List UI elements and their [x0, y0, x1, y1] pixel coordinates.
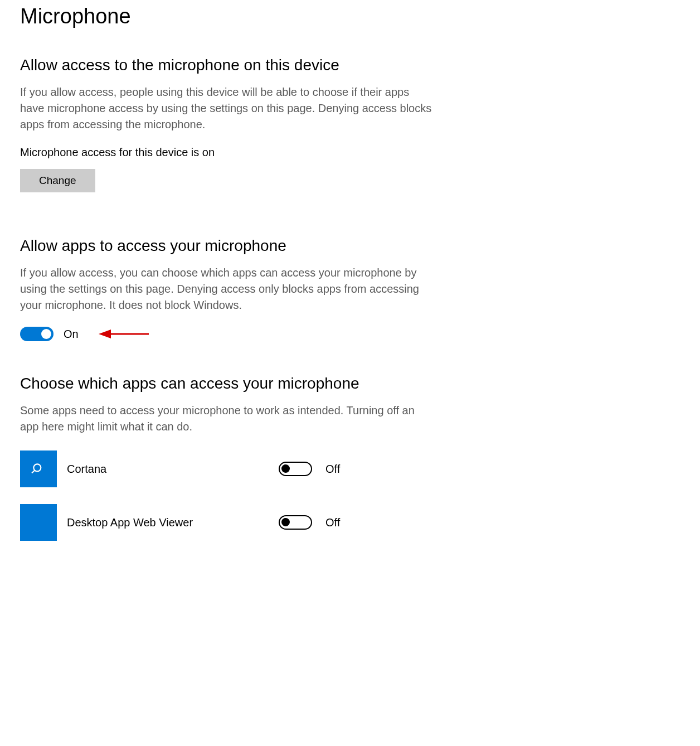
svg-point-2 — [33, 464, 41, 471]
body-choose-apps: Some apps need to access your microphone… — [20, 403, 432, 435]
body-device-access: If you allow access, people using this d… — [20, 84, 432, 133]
annotation-arrow-icon — [99, 327, 149, 341]
body-apps-access: If you allow access, you can choose whic… — [20, 265, 432, 313]
section-device-access: Allow access to the microphone on this d… — [20, 56, 482, 192]
device-access-status: Microphone access for this device is on — [20, 146, 482, 159]
svg-marker-1 — [99, 330, 111, 338]
app-row-cortana: Cortana Off — [20, 450, 482, 487]
heading-device-access: Allow access to the microphone on this d… — [20, 56, 482, 74]
app-row-desktop-web-viewer: Desktop App Web Viewer Off — [20, 504, 482, 541]
app-list: Cortana Off Desktop App Web Viewer Off — [20, 450, 482, 541]
cortana-toggle-label: Off — [325, 463, 340, 476]
svg-line-3 — [32, 471, 35, 473]
cortana-icon — [20, 450, 57, 487]
desktop-web-viewer-toggle-label: Off — [325, 516, 340, 529]
cortana-toggle[interactable] — [279, 462, 312, 476]
desktop-web-viewer-icon — [20, 504, 57, 541]
apps-access-toggle[interactable] — [20, 327, 54, 341]
apps-access-toggle-label: On — [64, 328, 79, 341]
heading-choose-apps: Choose which apps can access your microp… — [20, 375, 482, 393]
app-name-label: Desktop App Web Viewer — [67, 516, 279, 529]
page-title: Microphone — [20, 4, 482, 28]
section-choose-apps: Choose which apps can access your microp… — [20, 375, 482, 541]
desktop-web-viewer-toggle[interactable] — [279, 515, 312, 530]
section-apps-access: Allow apps to access your microphone If … — [20, 237, 482, 341]
change-button[interactable]: Change — [20, 169, 95, 192]
heading-apps-access: Allow apps to access your microphone — [20, 237, 482, 255]
app-name-label: Cortana — [67, 463, 279, 476]
